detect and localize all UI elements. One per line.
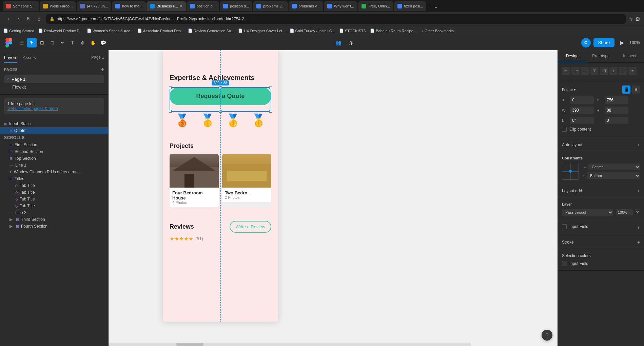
tab-inspect[interactable]: Inspect [615,50,644,62]
tab-design[interactable]: Design [558,50,587,62]
tab-12[interactable]: fixed posi... [394,1,427,11]
align-center-v-button[interactable]: ⊥⊤ [600,67,608,75]
tab-layers[interactable]: Layers [4,53,17,63]
x-input[interactable] [570,96,594,104]
color-swatch[interactable] [562,261,567,266]
layer-top-section[interactable]: ⊟ Top Section [0,155,108,162]
rotation-input[interactable] [570,117,594,124]
bookmark-getting-started[interactable]: 📄 Getting Started [3,28,34,33]
bookmark-review[interactable]: 📄 Review Generation So... [188,28,234,33]
tab-4[interactable]: how to ma... [112,1,146,11]
theme-toggle-icon[interactable]: ◑ [346,38,355,47]
layer-line-1[interactable]: — Line 1 [0,162,108,169]
layer-group-scrolls[interactable]: SCROLLS [0,134,108,141]
tab-11[interactable]: Free, Onlin... [358,1,393,11]
select-tool-button[interactable] [27,38,37,47]
upgrade-link[interactable]: Get unlimited pages & more [7,106,101,111]
add-stroke-button[interactable]: + [637,239,640,245]
tab-2[interactable]: Wells Fargo... [40,1,76,11]
bookmark-stockists[interactable]: 📄 STOCKISTS [339,28,366,33]
project-card-2[interactable]: Two Bedro... 2 Photos [222,154,271,207]
tab-prototype[interactable]: Prototype [587,50,616,62]
bookmark-baba[interactable]: 📄 Baba au Rhum Recipe ... [370,28,417,33]
layer-third-section[interactable]: ▶ ⊟ Third Section [0,216,108,223]
quote-button[interactable]: Request a Quote [170,87,271,105]
layer-first-section[interactable]: ⊟ First Section [0,141,108,148]
y-input[interactable] [605,96,628,104]
layer-quote[interactable]: ◇ Quote [0,127,108,134]
align-right-button[interactable]: ⊣ [581,67,589,75]
constraint-v-select[interactable]: Bottom Top Scale [587,172,640,179]
zoom-level[interactable]: 100% [629,40,640,45]
canvas-horizontal-scrollbar[interactable] [109,343,471,346]
bookmark-associate[interactable]: 📄 Associate Product Des... [137,28,184,33]
visibility-toggle-icon[interactable]: 👁 [636,210,640,215]
align-bottom-button[interactable]: ⊥ [609,67,618,75]
bookmark-other[interactable]: » Other Bookmarks [422,29,454,33]
tab-assets[interactable]: Assets [23,53,36,63]
scrollbar-thumb[interactable] [176,343,203,346]
tab-6[interactable]: position d... [187,1,219,11]
h-input[interactable] [605,107,628,114]
distribute-h-button[interactable]: ||| [619,67,627,75]
text-tool-button[interactable]: T [68,38,77,47]
figma-logo[interactable] [4,38,14,47]
bookmark-coldturkey[interactable]: 📄 Cold Turkey - Install C... [290,28,335,33]
refresh-button[interactable]: ↻ [24,15,33,23]
new-tab-button[interactable]: + [428,3,431,9]
write-review-button[interactable]: Write a Review [230,221,271,233]
layer-tab-title-2[interactable]: ◇ Tab Title [0,189,108,196]
phone-frame-button[interactable]: 📱 [622,85,630,94]
back-button[interactable]: ‹ [4,15,13,23]
forward-button[interactable]: › [14,15,23,23]
present-button[interactable]: ▶ [617,38,627,47]
align-top-button[interactable]: ⊤ [590,67,599,75]
pen-tool-button[interactable]: ✒ [58,38,67,47]
fill-checkbox[interactable] [562,224,567,229]
comment-tool-button[interactable]: 💬 [98,38,108,47]
help-button[interactable]: ? [542,330,552,341]
add-fill-button[interactable]: + [637,225,640,230]
tab-3[interactable]: (47,720 un... [77,1,111,11]
shape-tool-button[interactable]: □ [47,38,57,47]
page-item-page1[interactable]: ✓ Page 1 [4,75,104,83]
add-auto-layout-button[interactable]: + [637,142,640,148]
bookmark-icon[interactable]: ☆ [628,16,633,22]
tab-1[interactable]: Someone S... [3,1,39,11]
project-card-1[interactable]: Four Bedroom House 4 Photos [170,154,219,207]
share-button[interactable]: Share [593,38,615,47]
page-selector[interactable]: Page 1 [91,53,104,63]
tab5-close-icon[interactable]: × [180,4,182,8]
hand-tool-button[interactable]: ✋ [88,38,98,47]
layer-second-section[interactable]: ⊞ Second Section [0,148,108,155]
distribute-v-button[interactable]: ≡ [628,67,637,75]
layer-tab-title-1[interactable]: ◇ Tab Title [0,182,108,189]
main-menu-button[interactable]: ☰ [17,38,26,47]
url-input[interactable]: 🔒 https://www.figma.com/file/XTIAzhy55Gj… [46,14,626,24]
blend-mode-select[interactable]: Pass through Normal Multiply [562,209,613,216]
w-input[interactable] [570,107,594,114]
layer-line-2[interactable]: — Line 2 [0,209,108,216]
page-item-flowkit[interactable]: Flowkit [4,83,104,91]
tab-9[interactable]: problems v... [289,1,323,11]
tab-10[interactable]: Why won't... [324,1,358,11]
layer-tab-title-4[interactable]: ◇ Tab Title [0,203,108,209]
layer-titles[interactable]: ⊞ Titles [0,175,108,182]
desktop-frame-button[interactable]: 🖥 [632,85,640,94]
add-grid-button[interactable]: + [637,188,640,194]
clip-content-checkbox[interactable] [562,127,567,132]
layer-ideal-static[interactable]: ⊞ Ideal- Static [0,120,108,127]
extensions-icon[interactable]: ⚙ [635,16,640,22]
align-left-button[interactable]: ⊢ [562,67,570,75]
bookmark-ux[interactable]: 📄 UX Designer Cover Let... [238,28,285,33]
tab-dropdown-icon[interactable]: ⌄ [434,3,438,9]
home-button[interactable]: ⌂ [35,15,43,23]
constraint-h-select[interactable]: Center Left Right Scale [588,164,640,170]
components-tool-button[interactable]: ⊛ [78,38,87,47]
add-page-button[interactable]: + [101,66,104,73]
opacity-input[interactable] [616,209,633,215]
layer-tab-title-3[interactable]: ◇ Tab Title [0,196,108,203]
tab-7[interactable]: position d... [220,1,252,11]
canvas[interactable]: Expertise & Achievements Request a Quote [109,50,558,346]
bookmark-shoes[interactable]: 📄 Women's Shoes & Acc... [87,28,133,33]
